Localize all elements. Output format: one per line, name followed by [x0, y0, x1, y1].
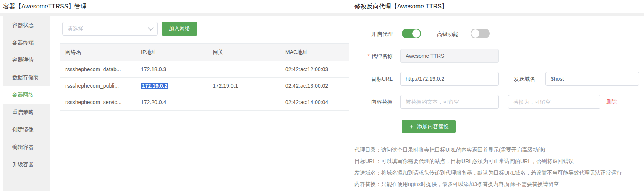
- plus-icon: ＋: [409, 124, 415, 130]
- replace-with-input[interactable]: [508, 95, 600, 109]
- sidebar-item-restart-policy[interactable]: 重启策略: [3, 104, 50, 121]
- network-table: 网络名 IP地址 网关 MAC地址 rssshephecom_datab... …: [60, 43, 349, 111]
- replace-search-input[interactable]: [400, 95, 499, 109]
- sidebar-item-edit-container[interactable]: 编辑容器: [3, 139, 50, 156]
- advanced-features-toggle[interactable]: [471, 29, 490, 38]
- proxy-name-input[interactable]: [400, 49, 499, 63]
- cell-ip: 172.20.0.4: [136, 99, 207, 105]
- sidebar-item-upgrade-container[interactable]: 升级容器: [3, 156, 50, 173]
- panel-divider: [325, 0, 325, 13]
- help-line-target-url: 目标URL：可以填写你需要代理的站点，目标URL必须为可正常访问的URL，否则将…: [354, 155, 622, 167]
- add-content-replace-label: 添加内容替换: [417, 123, 449, 130]
- sidebar: 容器状态 容器终端 容器详情 数据存储卷 容器网络 重启策略 创建镜像 编辑容器…: [3, 16, 50, 191]
- selected-ip-text: 172.19.0.2: [141, 83, 168, 89]
- help-line-content-replace: 内容替换：只能在使用nginx时提供，最多可以添加3条替换内容,如果不需要替换请…: [354, 178, 622, 190]
- background-strip: [0, 13, 644, 16]
- cell-network-name: rssshephecom_datab...: [60, 66, 136, 72]
- sidebar-item-container-details[interactable]: 容器详情: [3, 51, 50, 69]
- network-select[interactable]: 请选择: [62, 22, 158, 36]
- proxy-enabled-toggle[interactable]: [402, 29, 421, 38]
- chevron-down-icon: [148, 25, 154, 31]
- table-row[interactable]: rssshephecom_publi... 172.19.0.2 172.19.…: [60, 78, 349, 94]
- proxy-name-label-text: 代理名称: [371, 53, 393, 59]
- help-line-proxy-dir: 代理目录：访问这个目录时将会把目标URL的内容返回并显示(需要开启高级功能): [354, 144, 622, 155]
- cell-ip: 172.18.0.3: [136, 66, 207, 72]
- target-url-label: 目标URL: [328, 76, 393, 83]
- cell-network-name: rssshephecom_servic...: [60, 99, 136, 105]
- cell-gateway: 172.19.0.1: [207, 83, 280, 89]
- help-line-send-domain: 发送域名：将域名添加到请求头传递到代理服务器，默认为目标URL域名，若设置不当可…: [354, 167, 622, 178]
- toggle-knob: [412, 29, 420, 38]
- right-panel-title: 修改反向代理【Awesome TTRS】: [354, 3, 448, 11]
- send-domain-input[interactable]: [545, 72, 639, 86]
- table-row[interactable]: rssshephecom_datab... 172.18.0.3 02:42:a…: [60, 61, 349, 78]
- required-asterisk: *: [368, 53, 370, 59]
- column-header-network-name: 网络名: [60, 49, 136, 56]
- delete-replace-link[interactable]: 删除: [606, 98, 617, 105]
- add-content-replace-button[interactable]: ＋ 添加内容替换: [402, 120, 456, 133]
- sidebar-item-container-status[interactable]: 容器状态: [3, 16, 50, 34]
- sidebar-item-container-network[interactable]: 容器网络: [3, 86, 50, 104]
- table-header: 网络名 IP地址 网关 MAC地址: [60, 43, 349, 61]
- content-replace-label: 内容替换: [328, 99, 393, 106]
- target-url-input[interactable]: [400, 72, 499, 86]
- help-text: 代理目录：访问这个目录时将会把目标URL的内容返回并显示(需要开启高级功能) 目…: [354, 144, 622, 190]
- column-header-gateway: 网关: [207, 49, 280, 56]
- send-domain-label: 发送域名: [514, 76, 535, 83]
- cell-network-name: rssshephecom_publi...: [60, 83, 136, 89]
- cell-mac: 02:42:ac:12:00:03: [280, 66, 349, 72]
- left-panel-title: 容器【AwesomeTTRSS】管理: [3, 3, 86, 11]
- table-row[interactable]: rssshephecom_servic... 172.20.0.4 02:42:…: [60, 94, 349, 111]
- column-header-ip: IP地址: [136, 49, 207, 56]
- join-network-button[interactable]: 加入网络: [162, 22, 197, 36]
- toggle-knob: [471, 29, 479, 38]
- cell-mac: 02:42:ac:13:00:02: [280, 83, 349, 89]
- sidebar-item-create-image[interactable]: 创建镜像: [3, 121, 50, 139]
- cell-ip: 172.19.0.2: [136, 83, 207, 89]
- network-select-placeholder: 请选择: [67, 25, 83, 32]
- proxy-enabled-label: 开启代理: [328, 31, 393, 38]
- advanced-features-label: 高级功能: [437, 31, 458, 38]
- proxy-name-label: *代理名称: [328, 53, 393, 60]
- sidebar-item-container-terminal[interactable]: 容器终端: [3, 34, 50, 52]
- screen: 容器【AwesomeTTRSS】管理 修改反向代理【Awesome TTRS】 …: [0, 0, 644, 191]
- sidebar-item-data-volumes[interactable]: 数据存储卷: [3, 69, 50, 87]
